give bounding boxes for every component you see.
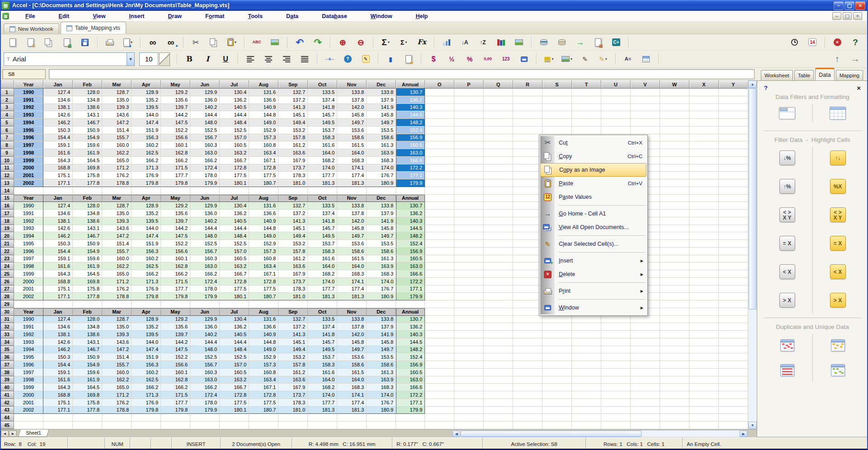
cell[interactable] (484, 89, 513, 96)
cell[interactable] (454, 346, 484, 354)
cell[interactable]: 1990 (14, 89, 43, 96)
cell[interactable]: 140.3 (396, 331, 425, 338)
cell[interactable] (425, 353, 454, 361)
database-tools-button[interactable] (554, 36, 570, 49)
highlight-equal-button[interactable]: = X (830, 236, 846, 251)
cell[interactable] (425, 195, 454, 202)
cell[interactable] (513, 278, 542, 286)
cell[interactable]: 160.5 (220, 369, 249, 376)
cell[interactable] (572, 119, 601, 127)
cell[interactable]: 156.7 (190, 134, 220, 142)
cell[interactable] (689, 217, 719, 225)
cell[interactable]: 152.4 (396, 240, 425, 248)
row-header-39[interactable]: 39 (0, 376, 14, 384)
cell[interactable] (14, 422, 43, 429)
cell[interactable] (660, 210, 689, 217)
cell[interactable]: 160.5 (220, 141, 249, 149)
cell[interactable]: Dec (367, 195, 396, 202)
cell[interactable]: 1995 (14, 240, 43, 248)
cell[interactable]: 166.7 (220, 157, 249, 164)
cell[interactable]: 152.5 (220, 127, 249, 134)
cell[interactable]: 153.5 (367, 127, 396, 134)
cell[interactable]: 137.2 (278, 96, 308, 104)
cell[interactable]: 133.8 (367, 89, 396, 96)
cell[interactable] (719, 141, 748, 149)
cell[interactable]: 136.2 (396, 96, 425, 104)
cell[interactable] (73, 300, 102, 308)
cell[interactable]: 150.3 (43, 240, 73, 248)
cell[interactable] (484, 384, 513, 391)
cell[interactable]: 137.9 (367, 210, 396, 217)
cell[interactable]: 154.9 (73, 134, 102, 142)
cell[interactable]: 145.7 (308, 225, 337, 233)
cell[interactable] (542, 316, 572, 323)
cell[interactable]: 128.7 (102, 316, 132, 323)
cell[interactable]: 177.5 (249, 172, 278, 179)
cell[interactable] (132, 414, 161, 422)
cell[interactable]: 173.7 (278, 164, 308, 172)
cell[interactable]: 137.4 (308, 96, 337, 104)
panel-tab-table[interactable]: Table (794, 70, 814, 80)
cell[interactable]: 145.8 (367, 111, 396, 119)
row-header-29[interactable]: 29 (0, 300, 14, 308)
cell[interactable]: 178.3 (278, 399, 308, 407)
font-size-select[interactable]: 10 (139, 52, 158, 66)
cell[interactable]: 161.3 (367, 369, 396, 376)
context-menu-item-copy-as-an-image[interactable]: Copy as an Image (540, 163, 646, 177)
cell[interactable] (484, 240, 513, 248)
cell[interactable]: 177.7 (308, 172, 337, 179)
panel-tab-worksheet[interactable]: Worksheet (761, 70, 793, 80)
cell[interactable]: 151.4 (102, 127, 132, 134)
cell[interactable]: 154.4 (43, 134, 73, 142)
cell[interactable] (660, 262, 689, 270)
cell[interactable] (601, 104, 631, 112)
cell[interactable] (454, 376, 484, 384)
cell[interactable]: 153.2 (278, 353, 308, 361)
filter-equal-button[interactable]: = X (779, 236, 795, 251)
cell[interactable]: Aug (249, 195, 278, 202)
cell[interactable]: 177.1 (43, 293, 73, 300)
cell[interactable] (689, 316, 719, 323)
cell[interactable]: 166.6 (396, 157, 425, 164)
cell[interactable]: 139.7 (161, 104, 190, 112)
cell[interactable]: 138.6 (73, 331, 102, 338)
cell[interactable]: 177.7 (161, 286, 190, 293)
cell[interactable]: 177.1 (43, 179, 73, 187)
autosum-button[interactable]: Σ▾ (377, 36, 394, 49)
insert-graphic-button[interactable]: ▾ (559, 52, 575, 66)
cell[interactable] (484, 278, 513, 286)
cell[interactable]: 152.4 (396, 353, 425, 361)
cell[interactable] (719, 255, 748, 263)
highlight-percent-button[interactable]: %X (830, 179, 846, 194)
cell[interactable]: 1999 (14, 384, 43, 391)
cell[interactable] (425, 141, 454, 149)
new-document-button[interactable] (5, 36, 21, 49)
cell[interactable]: 163.2 (220, 149, 249, 157)
highlight-duplicate-values-button[interactable] (831, 339, 845, 352)
paste-button[interactable]: ▾ (224, 36, 240, 49)
cell[interactable] (484, 179, 513, 187)
cell[interactable]: Oct (308, 195, 337, 202)
cell[interactable]: 137.9 (367, 323, 396, 331)
cell[interactable]: 160.3 (190, 255, 220, 263)
cell[interactable]: 180.1 (220, 407, 249, 414)
cell[interactable] (513, 399, 542, 407)
cell[interactable] (425, 232, 454, 240)
cell[interactable]: 135.2 (132, 210, 161, 217)
cell[interactable]: 139.3 (102, 104, 132, 112)
cell[interactable] (513, 262, 542, 270)
cell[interactable]: 178.8 (102, 179, 132, 187)
cell[interactable] (454, 157, 484, 164)
cell[interactable]: 165.0 (102, 270, 132, 278)
cell[interactable]: 150.9 (73, 353, 102, 361)
cell[interactable] (454, 149, 484, 157)
cell[interactable] (631, 119, 660, 127)
quick-help-button[interactable]: ? (340, 52, 356, 66)
cell[interactable]: 174.0 (308, 391, 337, 399)
cell[interactable]: Sep (278, 308, 308, 316)
cell[interactable] (484, 127, 513, 134)
cell[interactable]: 171.5 (161, 164, 190, 172)
cell[interactable] (425, 384, 454, 391)
cell[interactable] (425, 179, 454, 187)
sort-ascending-button[interactable]: ↑Z (475, 36, 491, 49)
